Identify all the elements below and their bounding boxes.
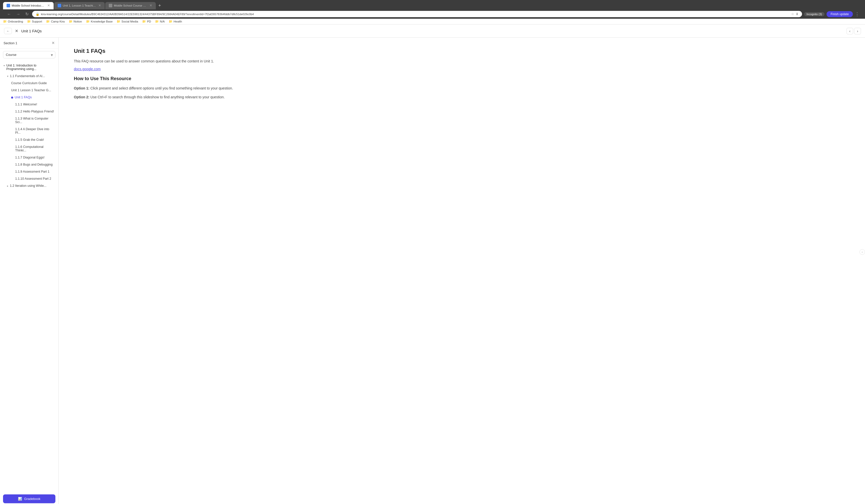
sidebar-item-1-1-2[interactable]: 1.1.2 Hello Platypus Friend! xyxy=(0,108,58,115)
bookmark-folder-icon: 📁 xyxy=(27,20,31,23)
top-bar-nav: ‹ › xyxy=(846,28,861,34)
chevron-right-icon: ▸ xyxy=(7,185,8,187)
tab-bar: Middle School Introduction t... ✕ Unit 1… xyxy=(3,2,862,9)
sidebar-item-1-1-6[interactable]: 1.1.6 Computational Thinki... xyxy=(0,143,58,154)
active-dot-icon xyxy=(11,96,13,98)
bookmark-onboarding[interactable]: 📁 Onboarding xyxy=(3,20,23,23)
bookmark-folder-icon: 📁 xyxy=(86,20,90,23)
tab-2[interactable]: Unit 1, Lesson 1 Teaching Gu... ✕ xyxy=(54,2,105,9)
tab-favicon-3 xyxy=(109,4,112,7)
bookmark-folder-icon: 📁 xyxy=(69,20,72,23)
chevron-down-icon: ▾ xyxy=(7,75,8,78)
sidebar-nav: ▾ Unit 1: Introduction to Programming us… xyxy=(0,61,58,491)
tab-close-2[interactable]: ✕ xyxy=(99,3,101,7)
bookmark-folder-icon: 📁 xyxy=(46,20,50,23)
sidebar-item-unit1[interactable]: ▾ Unit 1: Introduction to Programming us… xyxy=(0,62,58,72)
forward-button[interactable]: → xyxy=(15,11,22,17)
address-text: kira-learning.org/courseDetail/Modules/B… xyxy=(41,13,789,16)
sidebar-close-button[interactable]: ✕ xyxy=(51,41,55,45)
content-how-to-title: How to Use This Resource xyxy=(74,76,850,81)
close-button[interactable]: ✕ xyxy=(15,28,18,33)
sidebar-item-1-1[interactable]: ▾ 1.1 Fundamentals of AI... xyxy=(0,72,58,80)
top-bar: ← ✕ Unit 1 FAQs ‹ › xyxy=(0,24,865,38)
section-label: Section 1 xyxy=(3,41,17,45)
tab-label-3: Middle School Course Curric... xyxy=(114,4,147,7)
content-intro: This FAQ resource can be used to answer … xyxy=(74,58,850,64)
bookmark-folder-icon: 📁 xyxy=(142,20,146,23)
tab-label-2: Unit 1, Lesson 1 Teaching Gu... xyxy=(63,4,96,7)
download-icon[interactable]: ⬇ xyxy=(796,12,798,16)
sidebar-item-1-2[interactable]: ▸ 1.2 Iteration using While... xyxy=(0,182,58,189)
option2-label: Option 2: xyxy=(74,95,89,99)
reload-button[interactable]: ↻ xyxy=(24,11,30,17)
address-icons: ☆ ⬇ xyxy=(791,12,798,16)
sidebar-item-1-1-3[interactable]: 1.1.3 What is Computer Sci... xyxy=(0,115,58,126)
bookmark-star-icon[interactable]: ☆ xyxy=(791,12,794,16)
address-bar-row: ← → ↻ 🔒 kira-learning.org/courseDetail/M… xyxy=(3,9,862,19)
lock-icon: 🔒 xyxy=(36,12,39,16)
sidebar-item-1-1-8[interactable]: 1.1.8 Bugs and Debugging xyxy=(0,161,58,168)
bookmarks-bar: 📁 Onboarding 📁 Support 📁 Camp Kira 📁 Not… xyxy=(0,19,865,24)
tab-favicon-1 xyxy=(7,4,10,7)
bookmark-folder-icon: 📁 xyxy=(117,20,120,23)
bookmark-notion[interactable]: 📁 Notion xyxy=(69,20,82,23)
bookmark-na[interactable]: 📁 N/A xyxy=(155,20,165,23)
next-nav-button[interactable]: › xyxy=(854,28,861,34)
back-button[interactable]: ← xyxy=(5,11,13,17)
bookmark-support[interactable]: 📁 Support xyxy=(27,20,42,23)
sidebar: Section 1 ✕ Course Unit Lesson ▾ Unit 1:… xyxy=(0,38,59,504)
sidebar-item-1-1-1[interactable]: 1.1.1 Welcome! xyxy=(0,101,58,108)
address-bar[interactable]: 🔒 kira-learning.org/courseDetail/Modules… xyxy=(32,11,802,17)
content-option1: Option 1: Click present and select diffe… xyxy=(74,85,850,91)
sidebar-item-1-1-4[interactable]: 1.1.4 A Deeper Dive into Pl... xyxy=(0,126,58,136)
app-container: ← ✕ Unit 1 FAQs ‹ › Section 1 ✕ Course U… xyxy=(0,24,865,504)
option1-text: Click present and select different optio… xyxy=(89,86,233,90)
option2-text: Use Ctrl+F to search through this slides… xyxy=(89,95,224,99)
tab-1[interactable]: Middle School Introduction t... ✕ xyxy=(3,2,54,9)
bookmark-health[interactable]: 📁 Health xyxy=(169,20,182,23)
gradebook-icon: 📊 xyxy=(18,497,22,501)
sidebar-item-1-1-10[interactable]: 1.1.10 Assessment Part 2 xyxy=(0,175,58,182)
content-title: Unit 1 FAQs xyxy=(74,48,850,54)
sidebar-item-1-1-9[interactable]: 1.1.9 Assessment Part 1 xyxy=(0,168,58,175)
finish-update-button[interactable]: Finish update xyxy=(827,11,853,17)
content-option2: Option 2: Use Ctrl+F to search through t… xyxy=(74,94,850,100)
sidebar-item-1-1-5[interactable]: 1.1.5 Grab the Crab! xyxy=(0,136,58,143)
sidebar-item-1-1-7[interactable]: 1.1.7 Diagonal Eggs! xyxy=(0,154,58,161)
tab-3[interactable]: Middle School Course Curric... ✕ xyxy=(105,2,156,9)
main-layout: Section 1 ✕ Course Unit Lesson ▾ Unit 1:… xyxy=(0,38,865,504)
tab-close-1[interactable]: ✕ xyxy=(47,3,50,7)
gradebook-button[interactable]: 📊 Gradebook xyxy=(3,494,55,503)
page-title: Unit 1 FAQs xyxy=(21,29,843,33)
bookmark-pd[interactable]: 📁 PD xyxy=(142,20,151,23)
back-button[interactable]: ← xyxy=(4,28,12,34)
tab-close-3[interactable]: ✕ xyxy=(149,3,152,7)
bookmark-folder-icon: 📁 xyxy=(3,20,7,23)
browser-menu-icon[interactable]: ⋮ xyxy=(855,11,860,17)
chevron-down-icon: ▾ xyxy=(3,64,5,67)
content-area: Unit 1 FAQs This FAQ resource can be use… xyxy=(59,38,865,504)
incognito-badge: Incognito (3) xyxy=(804,12,824,16)
bookmark-knowledge-base[interactable]: 📁 Knowledge Base xyxy=(86,20,113,23)
course-dropdown[interactable]: Course Unit Lesson xyxy=(3,51,55,58)
bookmark-folder-icon: 📁 xyxy=(155,20,159,23)
new-tab-button[interactable]: + xyxy=(156,2,163,9)
bookmark-folder-icon: 📁 xyxy=(169,20,173,23)
bookmark-social-media[interactable]: 📁 Social Media xyxy=(117,20,138,23)
sidebar-item-curriculum[interactable]: Course Curriculum Guide xyxy=(0,80,58,87)
sidebar-item-unit1faqs[interactable]: Unit 1 FAQs xyxy=(0,94,58,101)
tab-label-1: Middle School Introduction t... xyxy=(12,4,45,7)
content-link[interactable]: docs.google.com xyxy=(74,67,850,71)
sidebar-dropdown[interactable]: Course Unit Lesson xyxy=(3,51,55,58)
prev-nav-button[interactable]: ‹ xyxy=(846,28,853,34)
sidebar-header: Section 1 ✕ xyxy=(0,38,58,48)
tab-favicon-2 xyxy=(58,4,61,7)
bookmark-camp-kira[interactable]: 📁 Camp Kira xyxy=(46,20,65,23)
option1-label: Option 1: xyxy=(74,86,89,90)
browser-chrome: Middle School Introduction t... ✕ Unit 1… xyxy=(0,0,865,19)
sidebar-item-teacher-guide[interactable]: Unit 1 Lesson 1 Teacher G... xyxy=(0,87,58,94)
sidebar-toggle-button[interactable]: ‹ xyxy=(860,249,865,255)
